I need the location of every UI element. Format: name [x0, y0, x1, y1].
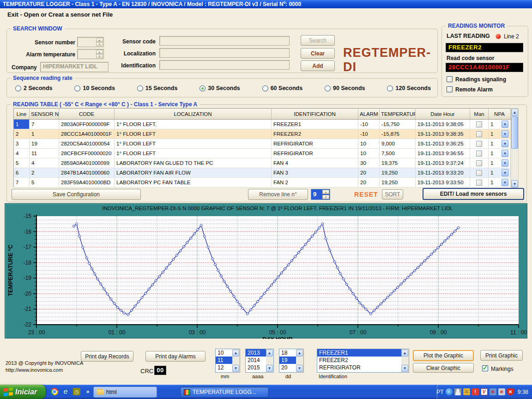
database-icon[interactable]: ≡: [463, 388, 470, 395]
day-down-icon[interactable]: ▼: [296, 365, 303, 372]
radio-15-seconds[interactable]: 15 Seconds: [137, 85, 177, 91]
radio-60-seconds[interactable]: 60 Seconds: [262, 85, 302, 91]
month-spinner[interactable]: 10 11 12 ▲▼: [215, 349, 240, 373]
window-title-bar[interactable]: TEMPERATURE LOGGER - Class 1 - Type A - …: [0, 0, 532, 8]
month-up-icon[interactable]: ▲: [232, 350, 239, 357]
alarm-temp-up-icon[interactable]: ▲: [96, 50, 103, 54]
year-up-icon[interactable]: ▲: [266, 350, 273, 357]
collapse-tray-icon[interactable]: ‹: [446, 388, 453, 395]
radio-90-seconds[interactable]: 90 Seconds: [325, 85, 365, 91]
npa-dropdown-icon[interactable]: ▼: [502, 130, 508, 138]
npa-dropdown-icon[interactable]: ▼: [502, 169, 508, 176]
readings-signaling-checkbox[interactable]: [447, 76, 453, 82]
list-item[interactable]: REFRIGIRATOR: [317, 364, 401, 371]
day-spinner[interactable]: 18 19 20 ▲▼: [279, 349, 304, 373]
antivirus-icon[interactable]: V: [481, 388, 488, 395]
year-spinner[interactable]: 2013 2014 2015 ▲▼: [245, 349, 274, 373]
col-alarm[interactable]: ALARM: [358, 109, 380, 120]
scroll-up-icon[interactable]: ▲: [511, 109, 518, 116]
col-code[interactable]: CODE: [59, 109, 115, 120]
list-item[interactable]: FREEZER2: [317, 357, 401, 364]
npa-dropdown-icon[interactable]: ▼: [502, 140, 508, 147]
list-up-icon[interactable]: ▲: [401, 350, 408, 357]
remote-alarm-checkbox[interactable]: [447, 86, 453, 92]
edit-load-sensors-button[interactable]: EDIT/ Load more sensors: [423, 188, 524, 200]
wireless-disabled-icon[interactable]: ✕: [498, 388, 505, 395]
start-button[interactable]: Iniciar: [0, 385, 46, 399]
remove-line-button[interactable]: Remove line n°: [248, 189, 308, 200]
radio-2-seconds[interactable]: 2 Seconds: [15, 85, 53, 91]
npa-dropdown-icon[interactable]: ▼: [502, 179, 508, 186]
security-shield-icon[interactable]: ✕: [507, 388, 514, 395]
scrollbar-thumb[interactable]: [511, 116, 518, 149]
table-row[interactable]: 1 7 2803A0FF0000009F 1° FLOOR LEFT. FREE…: [14, 120, 511, 129]
user-session-icon[interactable]: [454, 388, 461, 395]
scroll-down-icon[interactable]: ▼: [511, 180, 518, 187]
table-row[interactable]: 4 11 28CFBCFF00000020 1° FLOOR LEFT REFR…: [14, 149, 511, 158]
month-down-icon[interactable]: ▼: [232, 365, 239, 372]
reset-label[interactable]: RESET: [354, 191, 378, 198]
alarm-temp-down-icon[interactable]: ▼: [96, 54, 103, 58]
table-scrollbar[interactable]: ▲ ▼: [511, 108, 519, 188]
man-checkbox[interactable]: [476, 151, 482, 157]
alarm-temperature-spinner[interactable]: ▲ ▼: [77, 49, 104, 59]
menu-exit-open[interactable]: Exit - Open or Creat a sensor net File: [7, 11, 113, 18]
identification-listbox[interactable]: FREEZER1 FREEZER2 REFRIGIRATOR ▲▼: [317, 349, 409, 373]
col-npa[interactable]: NPA: [489, 109, 511, 120]
taskbar-item-temperature-logger[interactable]: TEMPERATURE LOGG...: [180, 387, 269, 398]
chrome-icon[interactable]: [50, 387, 59, 396]
language-indicator[interactable]: PT: [436, 389, 443, 395]
col-temperature[interactable]: TEMPERATURE: [380, 109, 416, 120]
col-sensor[interactable]: SENSOR N°: [30, 109, 59, 120]
man-checkbox[interactable]: [476, 160, 482, 166]
table-row[interactable]: 3 19 2820C5A401000054 1° FLOOR LEFT REFR…: [14, 139, 511, 149]
npa-dropdown-icon[interactable]: ▼: [502, 159, 508, 167]
list-down-icon[interactable]: ▼: [401, 365, 408, 372]
print-graphic-button[interactable]: Print Graphic: [480, 350, 523, 361]
man-checkbox[interactable]: [476, 141, 482, 147]
localization-field[interactable]: [159, 48, 290, 58]
sensor-number-up-icon[interactable]: ▲: [96, 38, 103, 42]
print-day-alarms-button[interactable]: Print day Alarms: [145, 351, 206, 362]
year-down-icon[interactable]: ▼: [266, 365, 273, 372]
clear-graphic-button[interactable]: Clear Graphic: [413, 363, 474, 373]
company-field[interactable]: HIPERMARKET LIDL: [40, 62, 109, 72]
markings-checkbox[interactable]: [482, 365, 488, 371]
man-checkbox[interactable]: [476, 131, 482, 137]
search-button[interactable]: Search: [301, 35, 335, 46]
save-configuration-button[interactable]: Save Configuration: [12, 189, 141, 200]
spin-down-icon[interactable]: ▼: [322, 195, 329, 199]
radio-30-seconds[interactable]: 30 Seconds: [200, 85, 240, 91]
col-date-hour[interactable]: Date Hour: [416, 109, 470, 120]
clear-button[interactable]: Clear: [301, 48, 335, 59]
taskbar-item-html[interactable]: html: [93, 387, 157, 398]
sensor-number-down-icon[interactable]: ▼: [96, 42, 103, 46]
man-checkbox[interactable]: [476, 121, 482, 127]
radio-120-seconds[interactable]: 120 Seconds: [387, 85, 430, 91]
table-row[interactable]: 5 4 2859A0A401000099 LABORATORY FAN GLUE…: [14, 158, 511, 168]
man-checkbox[interactable]: [476, 180, 482, 186]
col-identification[interactable]: IDENTIFICATION: [272, 109, 358, 120]
man-checkbox[interactable]: [476, 170, 482, 176]
website-link[interactable]: http://www.inovonica.com: [6, 367, 83, 374]
sort-button[interactable]: SORT: [382, 189, 403, 200]
network-disconnected-icon[interactable]: ✕: [490, 388, 496, 395]
table-row[interactable]: 6 2 2847B1A401000060 LABORATORY FAN AIR …: [14, 168, 511, 178]
sensor-number-spinner[interactable]: ▲ ▼: [77, 37, 104, 47]
plot-graphic-button[interactable]: Plot the Graphic: [413, 350, 474, 361]
print-day-records-button[interactable]: Print day Records: [81, 351, 133, 362]
alert-badge-icon[interactable]: !: [472, 388, 479, 395]
identification-field[interactable]: [159, 60, 290, 70]
add-button[interactable]: Add: [301, 60, 335, 71]
scheduler-icon[interactable]: ◷: [72, 387, 81, 396]
internet-explorer-icon[interactable]: e: [61, 387, 70, 396]
npa-dropdown-icon[interactable]: ▼: [502, 121, 508, 128]
sensor-code-field[interactable]: [159, 36, 290, 46]
col-localization[interactable]: LOCALIZATION: [115, 109, 272, 120]
col-man[interactable]: Man: [470, 109, 489, 120]
quick-launch-overflow-icon[interactable]: »: [83, 387, 92, 396]
spin-up-icon[interactable]: ▲: [322, 190, 329, 194]
list-item[interactable]: FREEZER1: [317, 349, 401, 357]
npa-dropdown-icon[interactable]: ▼: [502, 150, 508, 157]
remove-line-spinner[interactable]: 9 ▲ ▼: [311, 189, 330, 200]
